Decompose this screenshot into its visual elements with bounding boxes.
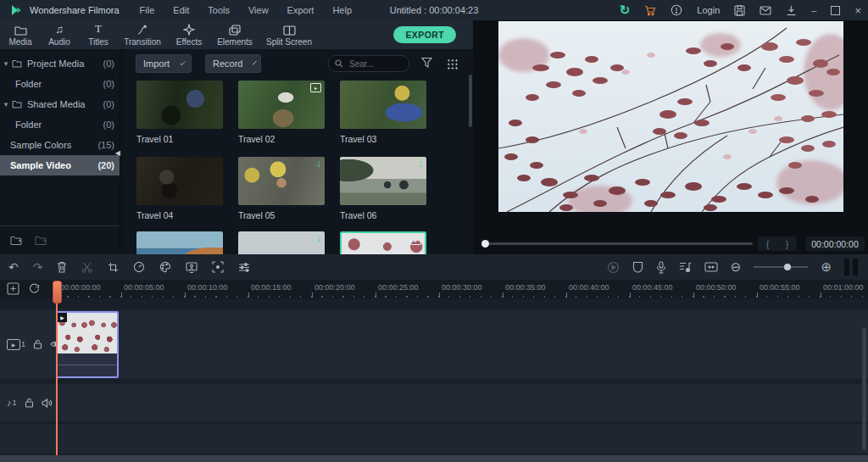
motion-tracking-icon[interactable] [212,261,224,273]
new-folder-icon[interactable] [10,236,23,246]
search-box[interactable] [328,55,409,72]
menu-edit[interactable]: Edit [173,5,189,15]
save-icon[interactable] [734,5,745,16]
sidebar-item-sample-colors[interactable]: Sample Colors (15) [0,135,120,155]
voiceover-mic-icon[interactable] [656,261,666,274]
timeline-zoom-slider[interactable] [754,266,808,268]
sync-icon[interactable]: ↻ [620,3,631,18]
mark-in-brace[interactable]: { [766,239,770,249]
cart-icon[interactable] [644,5,656,16]
media-clip-travel-04[interactable] [136,157,223,205]
menu-file[interactable]: File [140,5,155,15]
download-icon[interactable] [786,5,797,16]
speed-icon[interactable] [133,261,145,273]
media-clip-travel-06[interactable]: ↓ [340,157,426,205]
minimize-icon[interactable]: – [811,5,816,15]
timeline-vertical-scrollbar[interactable] [862,327,866,450]
lock-icon[interactable] [33,339,42,349]
menu-view[interactable]: View [248,5,269,15]
sidebar-label: Shared Media [27,99,86,109]
delete-icon[interactable] [57,261,67,273]
green-screen-icon[interactable] [186,262,198,273]
zoom-slider-knob[interactable] [784,264,791,270]
filter-icon[interactable] [421,57,432,68]
collapse-triangle-icon[interactable]: ▾ [0,100,12,109]
render-preview-icon[interactable] [607,261,620,274]
tab-transition[interactable]: Transition [119,24,166,47]
sidebar-item-sample-video[interactable]: Sample Video (20) [0,155,120,175]
cut-scissors-icon[interactable] [81,262,93,273]
timeline-horizontal-scrollbar[interactable] [0,455,868,462]
empty-timeline-area[interactable] [0,424,868,454]
color-palette-icon[interactable] [159,261,171,273]
audio-track-header: ♪1 [0,384,53,421]
export-button[interactable]: EXPORT [393,26,456,43]
collapse-triangle-icon[interactable]: ▾ [0,59,12,68]
mark-in-out[interactable]: { } [758,237,797,251]
zoom-in-icon[interactable]: ⊕ [821,259,832,275]
timeline-toolbar: ↶ ↷ [0,254,868,281]
seek-handle[interactable] [481,240,489,248]
media-clip-travel-02[interactable]: ▸ [238,81,325,129]
marker-icon[interactable] [632,261,643,273]
media-clip-row3-2[interactable]: ↓ [238,231,325,254]
media-clip-travel-03[interactable] [340,81,426,129]
sidebar-label: Folder [15,120,42,130]
menu-export[interactable]: Export [287,5,314,15]
panel-splitter-handle[interactable] [844,259,858,276]
video-track-lane[interactable]: ▶1 [0,309,868,379]
import-dropdown[interactable]: Import [136,54,192,73]
menu-tools[interactable]: Tools [208,5,230,15]
audio-track-lane[interactable]: ♪1 [0,384,868,421]
auto-ripple-icon[interactable] [28,282,41,295]
timeline-ruler[interactable]: 00:00:00:00 00:00:05:00 00:00:10:00 00:0… [0,280,868,298]
maximize-icon[interactable] [831,6,840,15]
zoom-out-icon[interactable]: ⊖ [731,259,742,275]
mark-out-brace[interactable]: } [786,239,789,249]
mute-speaker-icon[interactable] [42,398,53,408]
tab-titles[interactable]: T Titles [80,24,117,47]
media-panel-scrollbar[interactable] [469,75,472,127]
sidebar-count: (0) [103,79,114,89]
undo-icon[interactable]: ↶ [8,260,19,274]
playhead-line[interactable] [56,281,58,455]
playhead-handle[interactable] [53,281,62,303]
sidebar-item-folder-1[interactable]: Folder (0) [0,74,120,94]
delete-folder-icon[interactable] [35,236,47,246]
ruler-label: 00:00:55:00 [760,283,800,292]
sidebar-item-shared-media[interactable]: ▾ Shared Media (0) [0,94,120,114]
sidebar-item-project-media[interactable]: ▾ Project Media (0) [0,53,120,74]
tab-elements[interactable]: Elements [212,24,258,47]
menu-help[interactable]: Help [332,5,352,15]
close-icon[interactable]: × [854,4,861,17]
audio-track-number: 1 [13,398,17,407]
audio-mixer-icon[interactable] [679,261,692,273]
crop-icon[interactable] [108,262,119,273]
media-clip-blossom-selected[interactable]: ▸ [340,231,426,254]
redo-icon[interactable]: ↷ [33,260,43,274]
seek-bar[interactable] [483,242,753,245]
media-clip-travel-01[interactable] [136,81,223,129]
search-input[interactable] [348,58,398,70]
track-manage-icon[interactable] [7,282,19,295]
sidebar-item-folder-2[interactable]: Folder (0) [0,114,120,135]
ruler-label: 00:00:35:00 [505,283,546,292]
grid-view-icon[interactable] [447,58,458,70]
sidebar-label: Sample Colors [10,140,71,150]
tab-split-screen[interactable]: Split Screen [259,24,319,47]
timeline-clip-selected[interactable]: ▶ [56,311,119,378]
login-button[interactable]: Login [697,5,720,15]
tab-media[interactable]: Media [2,24,39,47]
tab-effects-label: Effects [176,37,202,47]
track-options-icon[interactable] [704,262,718,272]
record-dropdown[interactable]: Record [205,54,261,73]
lock-icon[interactable] [25,398,34,408]
info-icon[interactable] [670,4,682,16]
adjust-sliders-icon[interactable] [238,262,250,273]
tab-audio[interactable]: ♫ Audio [41,24,78,47]
tab-effects[interactable]: Effects [168,24,210,47]
media-clip-travel-05[interactable]: ↓ [238,157,325,205]
mail-icon[interactable] [760,6,771,15]
sidebar-collapse-icon[interactable]: ◀ [115,149,120,157]
media-clip-row3-1[interactable]: ↓ [136,231,223,254]
